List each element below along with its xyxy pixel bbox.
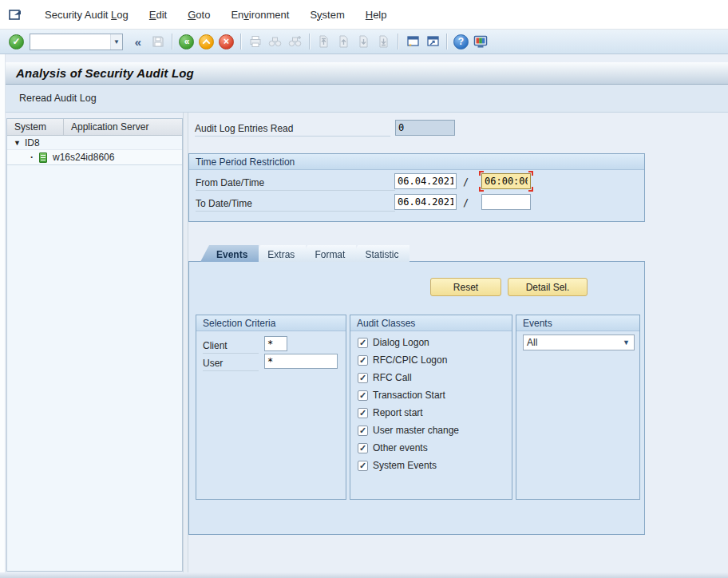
tree-node-id8[interactable]: ▼ ID8 (7, 136, 182, 150)
focus-corner (528, 187, 533, 192)
checkbox-report-start[interactable]: ✓ Report start (358, 406, 423, 419)
detail-selection-button[interactable]: Detail Sel. (508, 278, 588, 296)
checkbox-other-events[interactable]: ✓ Other events (358, 441, 428, 454)
menu-system[interactable]: System (299, 6, 354, 24)
checkbox-label: Transaction Start (373, 390, 445, 401)
checkbox-label: Report start (373, 407, 423, 418)
save-button[interactable] (148, 32, 168, 52)
customize-layout-button[interactable] (471, 32, 491, 52)
tab-strip: Events Extras Format Statistic (200, 245, 410, 262)
checkbox-rfc-cpic-logon[interactable]: ✓ RFC/CPIC Logon (358, 354, 447, 366)
user-label: User (203, 355, 259, 371)
previous-page-button[interactable] (334, 32, 354, 52)
checkbox-checked-icon[interactable]: ✓ (358, 408, 368, 418)
checkbox-checked-icon[interactable]: ✓ (358, 390, 368, 401)
enter-check-icon: ✓ (9, 34, 24, 49)
cancel-button[interactable]: × (216, 32, 236, 52)
menu-environment[interactable]: Environment (220, 6, 299, 24)
binoculars-icon (268, 35, 282, 48)
menu-items: Security Audit Log Edit Goto Environment… (34, 6, 398, 24)
hide-command-field-button[interactable]: « (128, 32, 148, 52)
new-session-button[interactable] (402, 32, 422, 52)
back-chevrons-icon: « (179, 34, 194, 49)
shortcut-icon (425, 35, 440, 48)
window-edge (0, 54, 6, 578)
back-button[interactable]: « (176, 32, 196, 52)
events-selected-value: All (527, 337, 537, 348)
enter-button[interactable]: ✓ (6, 32, 26, 52)
tab-format[interactable]: Format (299, 245, 356, 262)
bullet-icon: · (30, 152, 34, 163)
reread-audit-log-button[interactable]: Reread Audit Log (14, 89, 102, 107)
menu-label-part: elp (373, 9, 386, 21)
from-time-field[interactable] (481, 173, 531, 189)
create-shortcut-button[interactable] (422, 32, 442, 52)
checkbox-dialog-logon[interactable]: ✓ Dialog Logon (358, 336, 429, 349)
toolbar-separator (240, 34, 241, 49)
tree-node-label: w16s24id8606 (53, 152, 114, 163)
checkbox-rfc-call[interactable]: ✓ RFC Call (358, 371, 412, 384)
tree-expander-icon[interactable]: ▼ (14, 139, 21, 147)
menu-label-part: og (117, 9, 128, 21)
menu-label-part: dit (156, 9, 167, 21)
first-page-button[interactable] (314, 32, 334, 52)
screen-menu-icon[interactable] (8, 8, 23, 22)
print-button[interactable] (245, 32, 265, 52)
checkbox-system-events[interactable]: ✓ System Events (358, 459, 437, 472)
focus-corner (479, 187, 484, 192)
page-up-icon (338, 35, 350, 48)
exit-button[interactable] (196, 32, 216, 52)
chevron-up-icon (203, 38, 211, 46)
entries-read-label: Audit Log Entries Read (195, 121, 390, 137)
last-page-button[interactable] (374, 32, 394, 52)
find-button[interactable] (265, 32, 285, 52)
checkbox-label: RFC/CPIC Logon (373, 354, 447, 366)
menu-edit[interactable]: Edit (139, 6, 177, 24)
checkbox-user-master-change[interactable]: ✓ User master change (358, 424, 459, 437)
from-date-field[interactable] (394, 173, 457, 189)
tree-node-server[interactable]: · w16s24id8606 (7, 150, 182, 165)
events-title: Events (516, 315, 639, 331)
reset-button[interactable]: Reset (430, 278, 501, 296)
events-filter-select[interactable]: All ▼ (523, 335, 635, 350)
panel-splitter[interactable] (183, 113, 188, 572)
menu-label-part: S (310, 9, 317, 21)
toolbar-separator (309, 34, 310, 49)
to-date-field[interactable] (394, 194, 457, 210)
tree-column-application-server[interactable]: Application Server (64, 119, 148, 135)
toolbar-separator (172, 34, 172, 49)
user-field[interactable] (264, 354, 338, 369)
client-field[interactable] (264, 336, 287, 351)
next-page-button[interactable] (354, 32, 374, 52)
help-button[interactable]: ? (451, 32, 471, 52)
command-field[interactable]: ▼ (30, 34, 123, 50)
menu-goto[interactable]: Goto (177, 6, 220, 24)
tab-events[interactable]: Events (200, 245, 259, 262)
from-time-focus-wrap (481, 173, 531, 189)
to-time-field[interactable] (481, 194, 531, 210)
command-input[interactable] (30, 34, 110, 49)
application-server-icon (39, 152, 47, 163)
checkbox-transaction-start[interactable]: ✓ Transaction Start (358, 389, 445, 402)
checkbox-checked-icon[interactable]: ✓ (358, 461, 368, 471)
cancel-x-icon: × (219, 34, 234, 49)
server-tree-panel: System Application Server ▼ ID8 · w16s24… (6, 118, 183, 572)
checkbox-label: System Events (373, 460, 437, 471)
tab-extras[interactable]: Extras (251, 245, 306, 262)
new-session-icon (406, 35, 420, 48)
entries-read-field[interactable] (395, 120, 455, 136)
back-glyph: « (184, 37, 189, 46)
checkbox-checked-icon[interactable]: ✓ (358, 443, 368, 453)
checkbox-checked-icon[interactable]: ✓ (358, 426, 368, 436)
checkbox-checked-icon[interactable]: ✓ (358, 355, 368, 366)
checkbox-checked-icon[interactable]: ✓ (358, 338, 368, 348)
menu-help[interactable]: Help (355, 6, 398, 24)
command-dropdown-icon[interactable]: ▼ (110, 34, 122, 49)
page-down-icon (358, 35, 370, 48)
menu-label-part: oto (196, 9, 210, 21)
checkbox-checked-icon[interactable]: ✓ (358, 373, 368, 383)
tab-statistic[interactable]: Statistic (349, 245, 410, 262)
find-next-button[interactable] (285, 32, 305, 52)
tree-column-system[interactable]: System (7, 119, 64, 135)
menu-security-audit-log[interactable]: Security Audit Log (34, 6, 139, 24)
